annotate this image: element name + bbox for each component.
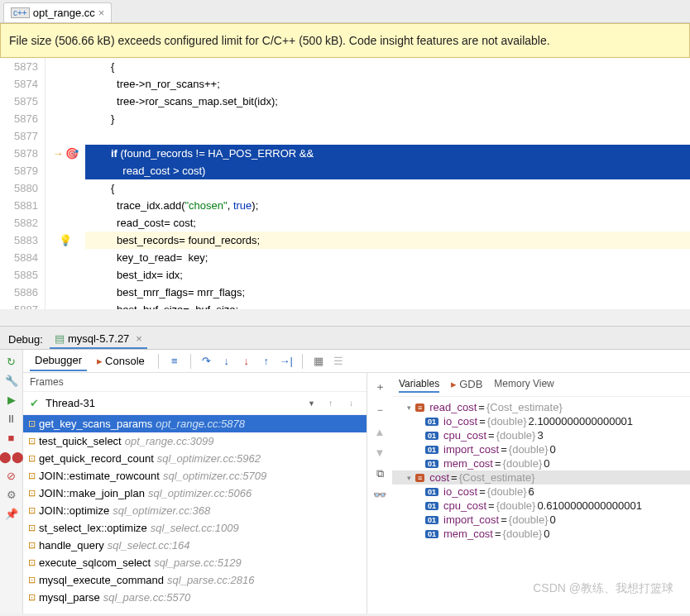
add-watch-button[interactable]: ＋ [375,380,386,394]
frame-name: st_select_lex::optimize [39,522,147,534]
frame-name: JOIN::estimate_rowcount [39,470,160,482]
frame-location: sql_select.cc:164 [108,539,190,552]
variable-row[interactable]: ▾ ≡ cost = {Cost_estimate} [392,470,690,485]
variable-row[interactable]: 01 mem_cost = {double} 0 [392,456,690,470]
gear-icon[interactable]: ⚙ [5,488,18,501]
frames-header: Frames [23,373,367,392]
frame-name: mysql_parse [39,591,100,604]
settings-button[interactable]: 🔧 [5,374,18,387]
file-tab-label: opt_range.cc [33,7,95,19]
view-breakpoints-button[interactable]: ⬤⬤ [5,450,18,463]
tab-debugger[interactable]: Debugger [30,351,87,371]
variable-row[interactable]: 01 import_cost = {double} 0 [392,442,690,456]
move-down-button[interactable]: ▼ [375,446,386,459]
variable-row[interactable]: 01 import_cost = {double} 0 [392,513,690,527]
frame-list[interactable]: ⊡ get_key_scans_params opt_range.cc:5878… [23,415,367,614]
frame-name: execute_sqlcom_select [39,556,151,569]
frame-down-icon[interactable]: ↓ [341,399,362,408]
expand-icon[interactable]: ▾ [404,404,414,412]
tab-variables[interactable]: Variables [399,376,439,393]
variable-row[interactable]: 01 mem_cost = {double} 0 [392,527,690,541]
frame-name: get_key_scans_params [39,418,152,430]
stack-frame[interactable]: ⊡ JOIN::optimize sql_optimizer.cc:368 [23,502,367,519]
tab-gdb[interactable]: ▸GDB [451,376,482,393]
stack-frame[interactable]: ⊡ JOIN::estimate_rowcount sql_optimizer.… [23,467,367,485]
debug-panel: ↻ 🔧 ▶ ⏸ ■ ⬤⬤ ⊘ ⚙ 📌 Debugger ▸Console ≡ ↷… [0,349,690,614]
threads-icon[interactable]: ≡ [167,354,182,369]
stack-frame[interactable]: ⊡ get_key_scans_params opt_range.cc:5878 [23,415,367,432]
variable-row[interactable]: 01 io_cost = {double} 6 [392,485,690,499]
evaluate-icon[interactable]: ▦ [311,354,326,369]
gutter-icons: →🎯💡 [46,58,85,309]
frame-name: JOIN::make_join_plan [39,487,145,499]
mute-breakpoints-button[interactable]: ⊘ [5,469,18,482]
frame-location: sql_parse.cc:5570 [103,591,191,604]
step-over-icon[interactable]: ↷ [199,354,214,369]
stack-frame[interactable]: ⊡ mysql_parse sql_parse.cc:5570 [23,589,367,606]
code-area[interactable]: { tree->n_ror_scans++; tree->ror_scans_m… [85,58,690,309]
stack-frame[interactable]: ⊡ test_quick_select opt_range.cc:3099 [23,432,367,450]
chevron-down-icon[interactable]: ▼ [308,399,320,408]
frame-name: get_quick_record_count [39,452,154,465]
expand-icon[interactable]: ▾ [404,474,414,482]
frame-icon: ⊡ [28,557,36,568]
run-to-cursor-icon[interactable]: →| [279,354,294,369]
check-icon: ✔ [30,397,39,409]
frame-icon: ⊡ [28,418,36,429]
frame-icon: ⊡ [28,592,36,603]
layout-icon[interactable]: ☰ [331,354,346,369]
duplicate-button[interactable]: ⧉ [376,467,384,480]
frames-panel: Frames ✔Thread-31 ▼ ↑ ↓ ⊡ get_key_scans_… [23,373,367,614]
stack-frame[interactable]: ⊡ execute_sqlcom_select sql_parse.cc:512… [23,554,367,571]
pin-button[interactable]: 📌 [5,507,18,520]
editor-tab-bar: c++ opt_range.cc × [0,0,690,23]
variable-row[interactable]: 01 cpu_cost = {double} 3 [392,428,690,442]
close-icon[interactable]: × [136,332,142,345]
frame-icon: ⊡ [28,470,36,481]
tab-memory[interactable]: Memory View [494,376,553,393]
frame-location: opt_range.cc:5878 [156,418,245,430]
close-icon[interactable]: × [98,7,105,19]
frame-name: JOIN::optimize [39,504,109,517]
variable-row[interactable]: ▾ ≡ read_cost = {Cost_estimate} [392,400,690,414]
frame-location: sql_optimizer.cc:368 [113,504,210,517]
force-step-into-icon[interactable]: ↓ [239,354,254,369]
stop-button[interactable]: ■ [5,431,18,444]
tab-console[interactable]: ▸Console [92,351,150,370]
app-icon: ▤ [55,332,65,345]
glasses-icon[interactable]: 👓 [373,489,386,501]
stack-frame[interactable]: ⊡ get_quick_record_count sql_optimizer.c… [23,450,367,467]
frame-name: handle_query [39,539,104,552]
file-tab[interactable]: c++ opt_range.cc × [3,2,112,22]
frame-location: sql_optimizer.cc:5962 [157,452,261,465]
frame-location: sql_optimizer.cc:5066 [148,487,252,499]
frame-icon: ⊡ [28,575,36,585]
stack-frame[interactable]: ⊡ handle_query sql_select.cc:164 [23,537,367,554]
watermark: CSDN @教练、我想打篮球 [533,581,673,596]
step-out-icon[interactable]: ↑ [259,354,274,369]
file-size-warning: File size (506.66 kB) exceeds configured… [0,23,690,58]
frame-location: sql_select.cc:1009 [151,522,239,534]
step-into-icon[interactable]: ↓ [219,354,234,369]
variable-row[interactable]: 01 io_cost = {double} 2.1000000000000001 [392,414,690,428]
frame-icon: ⊡ [28,505,36,516]
debug-main: Debugger ▸Console ≡ ↷ ↓ ↓ ↑ →| ▦ ☰ Frame… [23,350,690,614]
resume-button[interactable]: ▶ [5,393,18,406]
remove-watch-button[interactable]: － [375,403,386,418]
cpp-file-icon: c++ [11,7,30,18]
stack-frame[interactable]: ⊡ st_select_lex::optimize sql_select.cc:… [23,519,367,537]
pause-button[interactable]: ⏸ [5,412,18,425]
thread-selector[interactable]: ✔Thread-31 ▼ ↑ ↓ [23,392,367,415]
rerun-button[interactable]: ↻ [5,355,18,368]
debug-left-toolbar: ↻ 🔧 ▶ ⏸ ■ ⬤⬤ ⊘ ⚙ 📌 [0,350,23,614]
stack-frame[interactable]: ⊡ mysql_execute_command sql_parse.cc:281… [23,571,367,589]
code-editor[interactable]: 5873587458755876587758785879588058815882… [0,58,690,309]
variable-row[interactable]: 01 cpu_cost = {double} 0.610000000000000… [392,499,690,513]
debug-toolbar: Debugger ▸Console ≡ ↷ ↓ ↓ ↑ →| ▦ ☰ [23,350,690,373]
move-up-button[interactable]: ▲ [375,426,386,438]
debug-run-config-tab[interactable]: ▤ mysql-5.7.27 × [50,330,147,349]
variables-toolbar: ＋ － ▲ ▼ ⧉ 👓 [367,373,392,614]
stack-frame[interactable]: ⊡ JOIN::make_join_plan sql_optimizer.cc:… [23,485,367,502]
frame-up-icon[interactable]: ↑ [320,399,341,408]
frame-location: sql_optimizer.cc:5709 [163,470,266,482]
